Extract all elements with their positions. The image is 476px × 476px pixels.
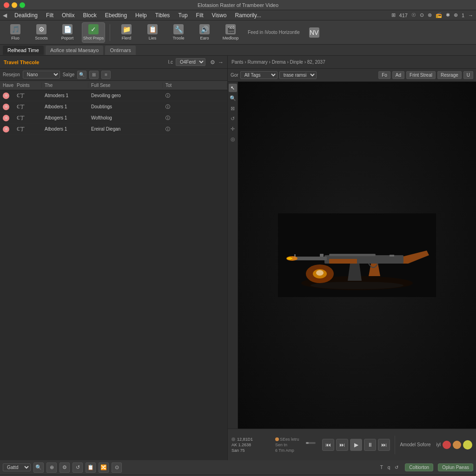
menu-icon-plus[interactable]: ⊕ — [454, 12, 458, 18]
filter-icon-btn[interactable]: ⊞ — [89, 71, 99, 79]
col-full-sese: Full Sese — [88, 83, 163, 88]
ad-button[interactable]: Ad — [392, 71, 404, 79]
copy-button[interactable]: 📋 — [86, 463, 96, 473]
crop-tool[interactable]: ⊠ — [229, 104, 237, 112]
menu-tup[interactable]: Tup — [177, 12, 188, 19]
toolbar-btn-lies[interactable]: 📋 Lies — [141, 22, 164, 43]
toolbar-btn-fluo[interactable]: 🎵 Fluo — [4, 22, 27, 43]
menu-filt[interactable]: Filt — [45, 12, 54, 19]
zoom-in-button[interactable]: 🔍 — [33, 463, 44, 473]
search-icon-btn[interactable]: 🔍 — [77, 71, 86, 79]
add-track-button[interactable]: ⊕ — [46, 463, 57, 473]
sort-icon-btn[interactable]: ≡ — [101, 71, 111, 79]
toolbar-btn-poport[interactable]: 📄 Poport — [56, 22, 79, 43]
pointer-tool[interactable]: ↖ — [229, 84, 237, 92]
toolbar-btn-troole[interactable]: 🔧 Troole — [167, 22, 190, 43]
table-row[interactable]: ⊕ ℂ丁 Atboders 1 Doubtings ⓘ — [0, 101, 227, 112]
toolbar-btn-scoots[interactable]: ⚙ Scoots — [30, 22, 53, 43]
toolbar-label-poport: Poport — [61, 36, 74, 40]
timeline-dropdown[interactable]: Gattd — [3, 463, 31, 471]
toolbar-btn-earo[interactable]: 🔊 Earo — [193, 22, 216, 43]
menu-tibles[interactable]: Tibles — [154, 12, 171, 19]
zoom-tool[interactable]: 🔍 — [229, 94, 237, 102]
lies-icon: 📋 — [147, 24, 158, 34]
oplun-paeas-button[interactable]: Oplun Paeas — [438, 463, 473, 471]
table-row[interactable]: ⊕ ℂ丁 Atbogers 1 Woftholog ⓘ — [0, 112, 227, 124]
menu-ebedting[interactable]: Ebedting — [104, 12, 128, 19]
toolbar-btn-medloop[interactable]: 🎬 Medloop — [219, 22, 242, 43]
row-icon-2: ⊕ — [3, 104, 9, 110]
alltags-dropdown[interactable]: All Tags — [240, 71, 278, 79]
poport-icon: 📄 — [62, 24, 73, 34]
row-points-3: ℂ丁 — [14, 115, 42, 121]
tab-aofice[interactable]: Aofice steal Maesayo — [46, 46, 104, 55]
minimize-button[interactable] — [12, 2, 17, 8]
menu-icon-star[interactable]: ✱ — [446, 12, 450, 18]
pause-button[interactable]: ⏸ — [364, 439, 376, 451]
coltiorton-button[interactable]: Coltiorton — [405, 463, 433, 471]
vol-orange-button[interactable] — [453, 441, 461, 449]
menu-ramorily[interactable]: Ramorily... — [234, 12, 262, 19]
mute-button[interactable] — [443, 441, 451, 449]
trase-dropdown[interactable]: trase ramsin — [279, 71, 317, 79]
svg-point-4 — [316, 270, 324, 276]
resrage-button[interactable]: Resrage — [437, 71, 462, 79]
menu-icon-grid[interactable]: ⊞ — [391, 12, 396, 18]
table-row[interactable]: ⊕ ℂ丁 Atmoders 1 Devoiling gero ⓘ — [0, 90, 227, 101]
resejon-label: Resejon — [3, 72, 20, 77]
col-the: The — [42, 83, 88, 88]
resejon-dropdown[interactable]: Nano — [23, 71, 60, 79]
menu-bar: ◀ Dealiding Filt Ohlix Block Ebedting He… — [0, 10, 476, 20]
menu-icon-wifi[interactable]: ⊙ — [420, 12, 424, 18]
undo-button[interactable]: ↺ — [73, 463, 83, 473]
left-dropdown[interactable]: O4Ferd — [176, 58, 205, 66]
record-button[interactable]: ⊙ — [112, 463, 122, 473]
toolbar-btn-flerd[interactable]: 📁 Flerd — [115, 22, 138, 43]
menu-ohlix[interactable]: Ohlix — [61, 12, 75, 19]
menu-icon-radio[interactable]: 📻 — [436, 12, 442, 18]
menu-filt2[interactable]: Filt — [195, 12, 205, 19]
row-tot-3: ⓘ — [163, 115, 227, 121]
menu-help[interactable]: Help — [134, 12, 148, 19]
left-panel-header: Travel Thecole I.c O4Ferd ⚙ → — [0, 56, 227, 69]
scrub-bar[interactable] — [306, 442, 316, 444]
menu-icon-arrow[interactable]: → — [468, 13, 473, 18]
rotate-tool[interactable]: ↺ — [229, 114, 237, 123]
table-row[interactable]: ⊕ ℂ丁 Atboders 1 Ereiral Diegan ⓘ — [0, 124, 227, 135]
prev-button[interactable]: ⏭ — [336, 439, 348, 451]
breadcrumb: Pants › Rummary › Drema › Dinple › 82, 2… — [231, 60, 325, 65]
row-icon-1: ⊕ — [3, 93, 9, 99]
move-tool[interactable]: ✛ — [229, 125, 237, 133]
left-arrow-icon[interactable]: → — [218, 59, 224, 66]
frint-streal-button[interactable]: Frint Streal — [406, 71, 436, 79]
prev-prev-button[interactable]: ⏮ — [322, 439, 334, 451]
status-dot2 — [275, 437, 279, 441]
menu-dealiding[interactable]: Dealiding — [13, 12, 39, 19]
shuffle-button[interactable]: 🔀 — [99, 463, 109, 473]
toolbar-btn-nv[interactable]: NV — [303, 22, 326, 43]
window-title-text: Elotasion Raster of Trambeer Video — [198, 2, 278, 8]
settings-button[interactable]: ⚙ — [60, 463, 70, 473]
menu-block[interactable]: Block — [82, 12, 97, 19]
row-points-4: ℂ丁 — [14, 126, 42, 132]
u-button[interactable]: U — [463, 71, 473, 79]
left-settings-icon[interactable]: ⚙ — [210, 59, 215, 66]
maximize-button[interactable] — [20, 2, 25, 8]
close-button[interactable] — [4, 2, 9, 8]
video-preview — [238, 82, 476, 429]
next-button[interactable]: ⏭ — [378, 439, 390, 451]
menu-icon-x[interactable]: ⊗ — [428, 12, 432, 18]
toolbar-btn-shot-preps[interactable]: ✓ Shot Preps — [82, 22, 105, 43]
timeline-toolbar: Gattd 🔍 ⊕ ⚙ ↺ 📋 🔀 ⊙ T q ↺ Coltiorton Opl… — [0, 460, 476, 475]
fo-button[interactable]: Fo — [378, 71, 390, 79]
vol-yellow-button[interactable] — [463, 440, 472, 450]
play-button[interactable]: ▶ — [350, 439, 362, 451]
menu-viswo[interactable]: Viswo — [211, 12, 228, 19]
menu-icon-circle1[interactable]: ☉ — [411, 12, 416, 18]
left-panel: Travel Thecole I.c O4Ferd ⚙ → Resejon Na… — [0, 56, 228, 460]
back-arrow[interactable]: ◀ — [3, 12, 7, 19]
tab-ontirnars[interactable]: Ontirnars — [105, 46, 135, 55]
main-content: Travel Thecole I.c O4Ferd ⚙ → Resejon Na… — [0, 56, 476, 460]
color-tool[interactable]: ◎ — [229, 135, 237, 143]
tab-relhead-time[interactable]: Relhead Time — [3, 46, 44, 55]
